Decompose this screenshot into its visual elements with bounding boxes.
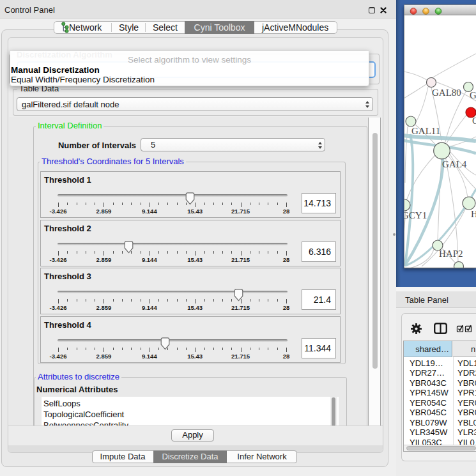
svg-text:GA: GA bbox=[470, 90, 476, 100]
svg-text:GAL11: GAL11 bbox=[411, 126, 440, 136]
svg-text:G: G bbox=[472, 116, 476, 126]
svg-text:H: H bbox=[471, 209, 476, 219]
svg-text:GAL80: GAL80 bbox=[432, 88, 461, 98]
svg-text:GAL4: GAL4 bbox=[442, 159, 467, 169]
svg-text:HAP2: HAP2 bbox=[439, 249, 463, 259]
svg-text:GCY1: GCY1 bbox=[404, 210, 427, 220]
